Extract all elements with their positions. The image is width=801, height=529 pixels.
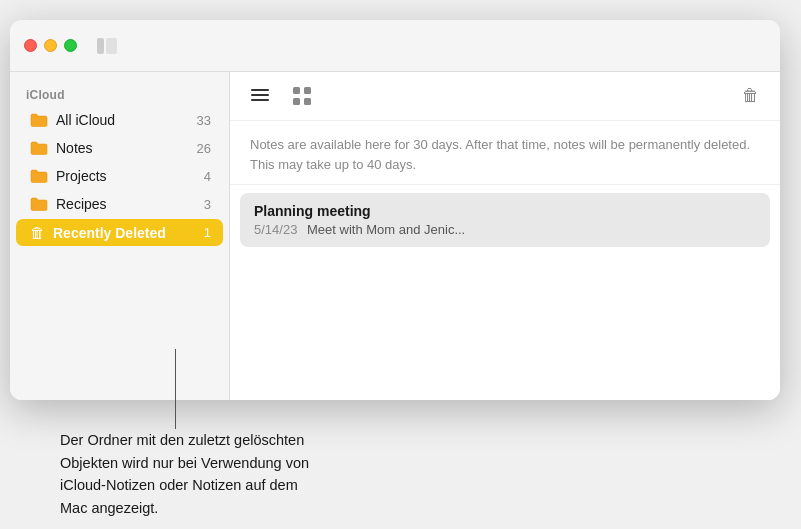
note-item[interactable]: Planning meeting 5/14/23 Meet with Mom a… [240,193,770,247]
svg-rect-1 [106,38,117,54]
app-window: iCloud All iCloud 33 Notes 26 [10,20,780,400]
note-meta: 5/14/23 Meet with Mom and Jenic... [254,222,756,237]
note-list: Planning meeting 5/14/23 Meet with Mom a… [230,185,780,255]
svg-rect-6 [304,87,311,94]
svg-rect-2 [251,89,269,91]
sidebar-item-recently-deleted[interactable]: 🗑 Recently Deleted 1 [16,219,223,246]
sidebar-item-recipes-label: Recipes [56,196,204,212]
note-title: Planning meeting [254,203,756,219]
close-button[interactable] [24,39,37,52]
sidebar-item-recently-deleted-label: Recently Deleted [53,225,204,241]
sidebar: iCloud All iCloud 33 Notes 26 [10,72,230,400]
sidebar-item-all-icloud[interactable]: All iCloud 33 [16,107,223,133]
maximize-button[interactable] [64,39,77,52]
traffic-lights [24,39,77,52]
svg-rect-0 [97,38,104,54]
note-panel: 🗑 Notes are available here for 30 days. … [230,72,780,400]
trash-icon: 🗑 [30,224,45,241]
note-toolbar: 🗑 [230,72,780,121]
sidebar-item-projects[interactable]: Projects 4 [16,163,223,189]
info-text: Notes are available here for 30 days. Af… [230,121,780,185]
callout-text: Der Ordner mit den zuletzt gelöschten Ob… [60,429,440,519]
sidebar-item-notes-count: 26 [197,141,211,156]
minimize-button[interactable] [44,39,57,52]
list-view-button[interactable] [244,82,276,110]
sidebar-item-projects-label: Projects [56,168,204,184]
sidebar-section-label: iCloud [10,80,229,106]
folder-icon [30,168,48,184]
title-bar [10,20,780,72]
sidebar-item-notes-label: Notes [56,140,197,156]
delete-button[interactable]: 🗑 [734,82,766,110]
callout: Der Ordner mit den zuletzt gelöschten Ob… [60,429,781,519]
svg-rect-7 [293,98,300,105]
svg-rect-8 [304,98,311,105]
sidebar-toggle-button[interactable] [93,35,121,57]
note-preview: Meet with Mom and Jenic... [307,222,465,237]
callout-line [175,349,176,429]
folder-icon [30,140,48,156]
main-content: iCloud All iCloud 33 Notes 26 [10,72,780,400]
sidebar-item-notes[interactable]: Notes 26 [16,135,223,161]
folder-icon [30,112,48,128]
grid-view-button[interactable] [286,82,318,110]
svg-rect-4 [251,99,269,101]
sidebar-item-projects-count: 4 [204,169,211,184]
svg-rect-5 [293,87,300,94]
folder-icon [30,196,48,212]
sidebar-item-recipes-count: 3 [204,197,211,212]
svg-rect-3 [251,94,269,96]
sidebar-item-recently-deleted-count: 1 [204,225,211,240]
sidebar-item-all-icloud-count: 33 [197,113,211,128]
note-date: 5/14/23 [254,222,297,237]
sidebar-item-all-icloud-label: All iCloud [56,112,197,128]
sidebar-item-recipes[interactable]: Recipes 3 [16,191,223,217]
